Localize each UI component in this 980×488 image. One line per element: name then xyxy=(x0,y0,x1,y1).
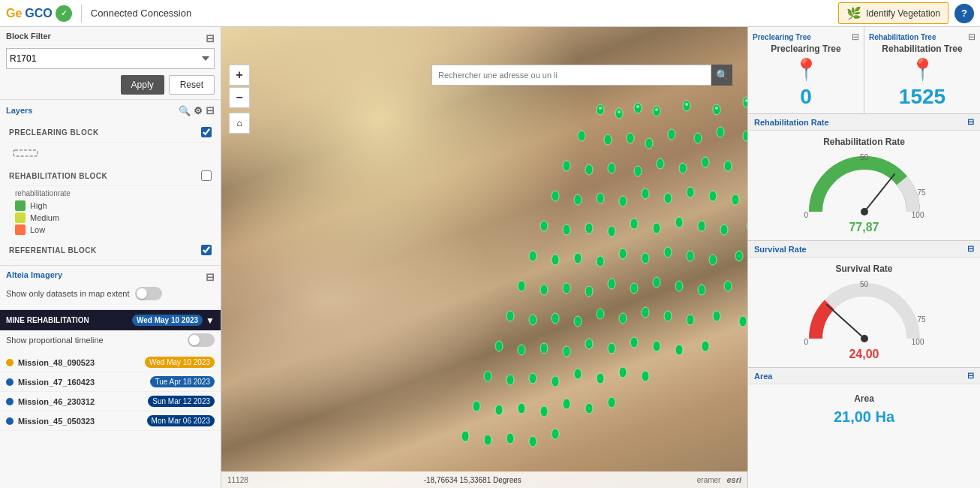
mission-item-1[interactable]: Mission_47_160423 Tue Apr 18 2023 xyxy=(0,372,221,392)
legend-low-label: Low xyxy=(30,225,45,234)
dataset-toggle-row: Show only datasets in map extent xyxy=(6,287,215,300)
rehab-rate-collapse-icon[interactable]: ⊟ xyxy=(967,117,974,127)
svg-point-16 xyxy=(668,129,675,140)
svg-point-104 xyxy=(495,341,503,351)
block-select[interactable]: R1701 R1702 R1703 xyxy=(6,48,215,69)
filter-buttons: Apply Reset xyxy=(6,75,215,95)
mine-rehab-section: MINE REHABILITATION Wed May 10 2023 ▼ Sh… xyxy=(0,310,221,434)
rehabilitation-rate-section-label: Rehabilitation Rate xyxy=(754,118,829,127)
mission-date-1: Tue Apr 18 2023 xyxy=(150,376,215,387)
svg-point-111 xyxy=(653,341,660,351)
layer-rehabilitation-label: REHABILITATION BLOCK xyxy=(9,172,107,180)
rehabilitation-tree-title: Rehabilitation Tree xyxy=(869,44,975,54)
rehabilitation-tree-value: 1525 xyxy=(869,85,975,109)
svg-point-24 xyxy=(563,161,570,171)
identify-icon: 🌿 xyxy=(846,6,861,20)
layer-rehabilitation-checkbox[interactable] xyxy=(201,170,212,181)
svg-point-14 xyxy=(627,133,634,143)
legend-medium-label: Medium xyxy=(30,213,59,222)
gauge-label-0: 0 xyxy=(804,211,809,219)
reset-button[interactable]: Reset xyxy=(169,75,215,95)
search-icon[interactable]: 🔍 xyxy=(179,105,191,116)
layers-collapse-icon[interactable]: ⊟ xyxy=(206,104,215,116)
legend-section: rehabilitationrate High Medium Low xyxy=(6,186,215,240)
esri-logo: esri xyxy=(726,475,741,484)
help-button[interactable]: ? xyxy=(954,4,974,23)
svg-point-120 xyxy=(619,367,627,378)
mission-item-3[interactable]: Mission_45_050323 Mon Mar 06 2023 xyxy=(0,411,221,431)
svg-point-107 xyxy=(563,346,570,357)
alteia-collapse-icon[interactable]: ⊟ xyxy=(206,271,215,283)
mission-date-0: Wed May 10 2023 xyxy=(145,357,215,368)
svg-point-106 xyxy=(540,343,548,354)
svg-point-115 xyxy=(507,375,514,385)
svg-point-123 xyxy=(495,405,503,415)
block-filter-header: Block Filter ⊟ xyxy=(6,32,215,45)
svg-point-40 xyxy=(597,193,604,203)
block-filter-section: Block Filter ⊟ R1701 R1702 R1703 Apply R… xyxy=(0,27,221,100)
svg-point-42 xyxy=(642,188,649,199)
timeline-toggle-switch[interactable] xyxy=(188,333,215,347)
svg-point-28 xyxy=(657,158,664,169)
mission-item-2[interactable]: Mission_46_230312 Sun Mar 12 2023 xyxy=(0,392,221,411)
svg-point-94 xyxy=(529,315,537,325)
svg-point-76 xyxy=(709,255,717,265)
svg-point-112 xyxy=(675,345,683,355)
svg-point-85 xyxy=(608,279,615,289)
dataset-toggle-label: Show only datasets in map extent xyxy=(6,289,129,298)
rehabilitation-tree-collapse-icon[interactable]: ⊟ xyxy=(968,32,975,42)
identify-vegetation-button[interactable]: 🌿 Identify Vegetation xyxy=(838,2,948,24)
svg-point-58 xyxy=(653,223,660,233)
survival-rate-body: Survival Rate 0 50 75 100 xyxy=(748,258,980,367)
layer-preclearing-checkbox[interactable] xyxy=(201,127,212,137)
svg-point-143 xyxy=(861,208,868,215)
mission-date-3: Mon Mar 06 2023 xyxy=(147,415,215,426)
svg-point-96 xyxy=(574,316,582,327)
svg-point-27 xyxy=(634,166,642,176)
survival-rate-gauge: 0 50 75 100 xyxy=(804,279,924,346)
alteia-header: Alteia Imagery ⊟ xyxy=(6,270,215,284)
svg-point-53 xyxy=(540,221,548,231)
layers-header: Layers 🔍 ⚙ ⊟ xyxy=(6,104,215,119)
svg-point-1 xyxy=(597,104,604,115)
area-collapse-icon[interactable]: ⊟ xyxy=(967,371,974,381)
svg-point-12 xyxy=(578,131,585,141)
survival-rate-collapse-icon[interactable]: ⊟ xyxy=(967,244,974,254)
block-filter-collapse-icon[interactable]: ⊟ xyxy=(206,32,215,44)
svg-point-101 xyxy=(687,315,694,325)
svg-point-77 xyxy=(735,251,743,261)
svg-point-4 xyxy=(653,106,660,116)
header: GeGCO ✓ Connected Concession 🌿 Identify … xyxy=(0,0,980,27)
svg-point-30 xyxy=(702,157,709,167)
svg-point-97 xyxy=(597,309,604,319)
filter-icon[interactable]: ⚙ xyxy=(194,105,203,116)
preclearing-collapse-icon[interactable]: ⊟ xyxy=(852,32,859,42)
legend-high-label: High xyxy=(30,201,47,210)
right-panel: Preclearing Tree ⊟ Preclearing Tree 📍 0 … xyxy=(747,27,980,488)
svg-point-74 xyxy=(664,247,672,258)
svg-point-134 xyxy=(599,107,602,110)
survival-gauge-label-75: 75 xyxy=(917,315,925,324)
left-panel: Block Filter ⊟ R1701 R1702 R1703 Apply R… xyxy=(0,27,221,488)
rehab-rate-value: 77,87 xyxy=(754,221,974,234)
identify-label: Identify Vegetation xyxy=(866,8,940,19)
svg-point-39 xyxy=(574,194,582,205)
layer-preclearing-label: PRECLEARING BLOCK xyxy=(9,128,99,137)
layer-referential-checkbox[interactable] xyxy=(201,245,212,255)
alteia-title: Alteia Imagery xyxy=(6,270,62,279)
svg-point-61 xyxy=(720,224,728,235)
preclearing-tree-title: Preclearing Tree xyxy=(753,44,859,54)
mission-name-1: Mission_47_160423 xyxy=(18,378,146,387)
mine-dropdown-icon[interactable]: ▼ xyxy=(206,315,215,326)
map-area[interactable]: + − ⌂ 🔒 🔍 xyxy=(221,27,747,488)
dataset-toggle-switch[interactable] xyxy=(135,287,162,300)
svg-point-87 xyxy=(653,277,660,288)
mission-item-0[interactable]: Mission_48_090523 Wed May 10 2023 xyxy=(0,353,221,372)
legend-high-color xyxy=(15,200,26,211)
survival-rate-header: Survival Rate ⊟ xyxy=(748,241,980,258)
preclearing-tree-icon: 📍 xyxy=(753,57,859,82)
logo-check-icon: ✓ xyxy=(56,5,72,22)
apply-button[interactable]: Apply xyxy=(121,75,164,95)
svg-point-131 xyxy=(507,433,514,444)
mission-dot-3 xyxy=(6,417,14,425)
